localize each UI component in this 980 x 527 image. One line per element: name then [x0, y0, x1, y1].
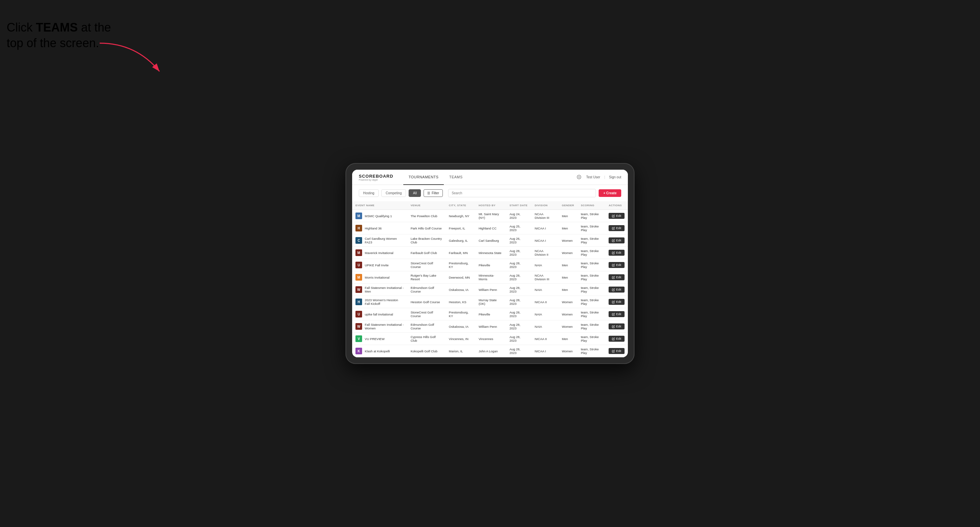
- event-cell: H 2023 Women's Hesston Fall Kickoff: [355, 298, 404, 305]
- table-row: U UPIKE Fall Invite StoneCrest Golf Cour…: [352, 259, 628, 271]
- cell-scoring: team, Stroke Play: [578, 259, 605, 271]
- col-event-name: EVENT NAME: [352, 201, 407, 210]
- team-logo: K: [355, 348, 362, 354]
- cell-division: NAIA: [531, 321, 559, 333]
- event-cell: U upike fall invitational: [355, 311, 404, 317]
- cell-event-name: U UPIKE Fall Invite: [352, 259, 407, 271]
- cell-venue: Hesston Golf Course: [407, 296, 445, 308]
- edit-button[interactable]: Edit: [609, 250, 625, 256]
- cell-scoring: team, Stroke Play: [578, 271, 605, 284]
- cell-actions: Edit: [605, 284, 628, 296]
- event-name-text: upike fall invitational: [365, 313, 393, 316]
- cell-scoring: team, Stroke Play: [578, 296, 605, 308]
- table-row: V VU PREVIEW Cypress Hills Golf Club Vin…: [352, 333, 628, 345]
- tablet-frame: SCOREBOARD Powered by clippit TOURNAMENT…: [345, 163, 635, 364]
- event-name-text: Fall Statesmen Invitational - Men: [365, 286, 404, 293]
- cell-city: Marion, IL: [445, 345, 476, 357]
- cell-venue: Rutger's Bay Lake Resort: [407, 271, 445, 284]
- edit-button[interactable]: Edit: [609, 225, 625, 231]
- team-logo: M: [355, 249, 362, 256]
- cell-actions: Edit: [605, 259, 628, 271]
- cell-hosted-by: John A Logan: [476, 345, 506, 357]
- cell-division: NAIA: [531, 308, 559, 321]
- cell-actions: Edit: [605, 271, 628, 284]
- cell-hosted-by: Highland CC: [476, 222, 506, 235]
- edit-button[interactable]: Edit: [609, 274, 625, 280]
- edit-button[interactable]: Edit: [609, 348, 625, 354]
- nav-links: TOURNAMENTS TEAMS: [403, 170, 577, 185]
- col-division: DIVISION: [531, 201, 559, 210]
- cell-start-date: Aug 28, 2023: [506, 333, 531, 345]
- cell-actions: Edit: [605, 296, 628, 308]
- edit-button[interactable]: Edit: [609, 262, 625, 268]
- cell-start-date: Aug 25, 2023: [506, 222, 531, 235]
- all-button[interactable]: All: [409, 189, 421, 197]
- edit-button[interactable]: Edit: [609, 287, 625, 292]
- edit-button[interactable]: Edit: [609, 237, 625, 243]
- cell-city: Deerwood, MN: [445, 271, 476, 284]
- cell-actions: Edit: [605, 333, 628, 345]
- cell-scoring: team, Stroke Play: [578, 210, 605, 222]
- edit-icon: [612, 239, 615, 242]
- cell-actions: Edit: [605, 235, 628, 247]
- cell-hosted-by: William Penn: [476, 284, 506, 296]
- cell-hosted-by: Pikeville: [476, 259, 506, 271]
- cell-gender: Men: [558, 259, 578, 271]
- edit-icon: [612, 251, 615, 254]
- event-cell: V VU PREVIEW: [355, 335, 404, 342]
- search-input[interactable]: [448, 189, 596, 197]
- cell-city: Freeport, IL: [445, 222, 476, 235]
- cell-gender: Women: [558, 308, 578, 321]
- hosting-button[interactable]: Hosting: [359, 189, 379, 197]
- event-name-text: UPIKE Fall Invite: [365, 264, 389, 267]
- cell-event-name: W Fall Statesmen Invitational - Women: [352, 321, 407, 333]
- cell-event-name: M MSMC Qualifying 1: [352, 210, 407, 222]
- edit-button[interactable]: Edit: [609, 311, 625, 317]
- create-button[interactable]: + Create: [599, 189, 621, 197]
- cell-hosted-by: Minnesota State: [476, 247, 506, 259]
- nav-link-teams[interactable]: TEAMS: [444, 170, 468, 185]
- edit-icon: [612, 288, 615, 291]
- edit-button[interactable]: Edit: [609, 324, 625, 329]
- event-cell: H Highland 36: [355, 225, 404, 232]
- cell-venue: The Powelton Club: [407, 210, 445, 222]
- cell-city: Oskaloosa, IA: [445, 284, 476, 296]
- edit-icon: [612, 313, 615, 316]
- nav-link-tournaments[interactable]: TOURNAMENTS: [403, 170, 444, 185]
- col-actions: ACTIONS: [605, 201, 628, 210]
- cell-event-name: V VU PREVIEW: [352, 333, 407, 345]
- sign-out-link[interactable]: Sign out: [609, 175, 621, 179]
- team-logo: V: [355, 335, 362, 342]
- col-gender: GENDER: [558, 201, 578, 210]
- edit-button[interactable]: Edit: [609, 213, 625, 219]
- cell-division: NAIA: [531, 259, 559, 271]
- cell-city: Faribault, MN: [445, 247, 476, 259]
- team-logo: W: [355, 286, 362, 293]
- cell-venue: Edmundson Golf Course: [407, 284, 445, 296]
- event-cell: M Morris Invitational: [355, 274, 404, 281]
- cell-venue: Faribault Golf Club: [407, 247, 445, 259]
- cell-venue: Park Hills Golf Course: [407, 222, 445, 235]
- cell-event-name: M Morris Invitational: [352, 271, 407, 284]
- filter-label: Filter: [431, 191, 439, 195]
- edit-button[interactable]: Edit: [609, 299, 625, 305]
- team-logo: C: [355, 237, 362, 244]
- gear-icon[interactable]: [577, 175, 582, 180]
- cell-city: Prestonsburg, KY: [445, 308, 476, 321]
- filter-button[interactable]: ☰ Filter: [423, 189, 442, 197]
- table-header: EVENT NAME VENUE CITY, STATE HOSTED BY S…: [352, 201, 628, 210]
- table-row: C Carl Sandburg Women FA23 Lake Bracken …: [352, 235, 628, 247]
- cell-event-name: H 2023 Women's Hesston Fall Kickoff: [352, 296, 407, 308]
- edit-button[interactable]: Edit: [609, 336, 625, 342]
- event-name-text: Maverick Invitational: [365, 251, 393, 255]
- cell-start-date: Aug 28, 2023: [506, 345, 531, 357]
- event-cell: M MSMC Qualifying 1: [355, 213, 404, 219]
- competing-button[interactable]: Competing: [381, 189, 406, 197]
- event-cell: C Carl Sandburg Women FA23: [355, 237, 404, 244]
- cell-start-date: Aug 28, 2023: [506, 271, 531, 284]
- table-body: M MSMC Qualifying 1 The Powelton Club Ne…: [352, 210, 628, 357]
- cell-division: NICAA I: [531, 235, 559, 247]
- search-area: [448, 189, 596, 197]
- event-name-text: MSMC Qualifying 1: [365, 214, 392, 218]
- cell-division: NICAA II: [531, 296, 559, 308]
